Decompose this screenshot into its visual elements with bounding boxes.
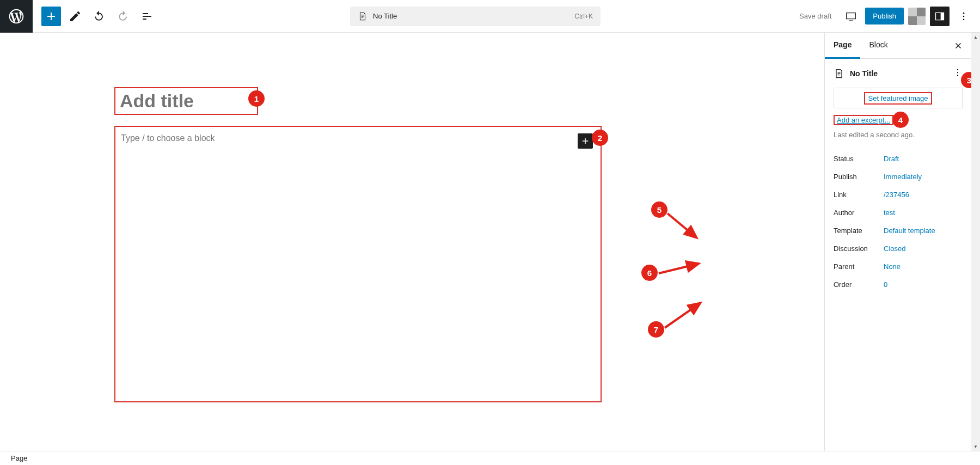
- author-value[interactable]: test: [884, 209, 895, 217]
- wordpress-icon: [8, 8, 25, 25]
- undo-button[interactable]: [89, 7, 109, 26]
- kebab-icon: [958, 11, 969, 22]
- svg-point-8: [957, 69, 958, 70]
- undo-icon: [93, 10, 106, 23]
- publish-button[interactable]: Publish: [865, 8, 904, 25]
- annotation-7: 7: [648, 321, 664, 338]
- annotation-6: 6: [641, 265, 658, 281]
- plus-icon: [580, 136, 590, 146]
- featured-image-box[interactable]: Set featured image 3: [834, 88, 963, 108]
- svg-point-3: [963, 15, 965, 17]
- document-overview-button[interactable]: [137, 7, 157, 26]
- last-edited-text: Last edited a second ago.: [834, 131, 963, 139]
- annotation-5: 5: [651, 201, 667, 218]
- svg-point-9: [957, 72, 958, 73]
- sidebar-icon: [934, 11, 945, 22]
- svg-point-4: [963, 19, 965, 20]
- top-toolbar: No Title Ctrl+K Save draft Publish: [0, 0, 980, 33]
- tab-page[interactable]: Page: [825, 33, 860, 59]
- document-title: No Title: [373, 12, 397, 20]
- document-bar[interactable]: No Title Ctrl+K: [350, 7, 601, 26]
- discussion-value[interactable]: Closed: [884, 244, 905, 253]
- meta-publish: PublishImmediately: [834, 168, 963, 186]
- svg-line-7: [665, 303, 701, 328]
- page-icon: [834, 68, 844, 79]
- order-value[interactable]: 0: [884, 280, 887, 289]
- close-sidebar-button[interactable]: [950, 37, 967, 54]
- plus-icon: [45, 10, 58, 23]
- pencil-icon: [69, 10, 82, 23]
- title-input[interactable]: [115, 88, 257, 114]
- close-icon: [953, 41, 963, 51]
- meta-template: TemplateDefault template: [834, 222, 963, 240]
- tools-button[interactable]: [65, 7, 85, 26]
- add-block-button[interactable]: [578, 133, 593, 149]
- block-placeholder: Type / to choose a block: [121, 133, 595, 143]
- arrow-6: [656, 260, 705, 282]
- kebab-icon: [953, 68, 963, 77]
- wordpress-logo[interactable]: [0, 0, 33, 33]
- breadcrumb[interactable]: Page: [11, 454, 27, 462]
- content-area[interactable]: Type / to choose a block: [114, 126, 602, 402]
- desktop-icon: [845, 10, 857, 22]
- block-inserter-button[interactable]: [41, 7, 61, 26]
- meta-link: Link/237456: [834, 186, 963, 204]
- annotation-4: 4: [892, 112, 909, 128]
- meta-order: Order0: [834, 276, 963, 293]
- svg-point-10: [957, 75, 958, 76]
- tab-block[interactable]: Block: [860, 33, 896, 59]
- meta-status: StatusDraft: [834, 150, 963, 168]
- scroll-down-icon: ▼: [971, 442, 980, 451]
- svg-rect-1: [941, 13, 944, 20]
- annotation-1: 1: [248, 90, 265, 107]
- settings-sidebar-toggle[interactable]: [930, 7, 950, 26]
- meta-parent: ParentNone: [834, 258, 963, 276]
- status-value[interactable]: Draft: [884, 155, 899, 163]
- arrow-5: [664, 208, 702, 246]
- parent-value[interactable]: None: [884, 262, 901, 271]
- user-avatar[interactable]: [908, 8, 926, 25]
- link-value[interactable]: /237456: [884, 191, 909, 199]
- svg-line-5: [667, 213, 697, 238]
- options-button[interactable]: [954, 7, 973, 26]
- annotation-3: 3: [961, 72, 971, 88]
- add-excerpt-link[interactable]: Add an excerpt...: [837, 116, 890, 124]
- sidebar-doc-title: No Title: [850, 69, 878, 78]
- redo-button[interactable]: [113, 7, 133, 26]
- shortcut-label: Ctrl+K: [574, 13, 593, 20]
- scroll-up-icon: ▲: [971, 33, 980, 41]
- template-value[interactable]: Default template: [884, 227, 935, 235]
- arrow-7: [661, 299, 705, 332]
- meta-author: Authortest: [834, 204, 963, 222]
- meta-discussion: DiscussionClosed: [834, 240, 963, 258]
- publish-value[interactable]: Immediately: [884, 173, 922, 181]
- breadcrumb-bar: Page: [0, 451, 980, 465]
- editor-canvas: Type / to choose a block 1 2 5 6 7: [0, 33, 824, 451]
- list-icon: [140, 10, 154, 23]
- svg-line-6: [659, 264, 699, 273]
- annotation-2: 2: [592, 130, 608, 146]
- settings-sidebar: Page Block No Title Set featured image 3…: [824, 33, 971, 451]
- svg-point-2: [963, 12, 965, 14]
- redo-icon: [117, 10, 130, 23]
- save-draft-button[interactable]: Save draft: [794, 9, 837, 23]
- vertical-scrollbar[interactable]: ▲ ▼: [971, 33, 980, 451]
- page-icon: [358, 11, 367, 21]
- set-featured-image-link[interactable]: Set featured image: [868, 94, 928, 102]
- preview-button[interactable]: [841, 7, 861, 26]
